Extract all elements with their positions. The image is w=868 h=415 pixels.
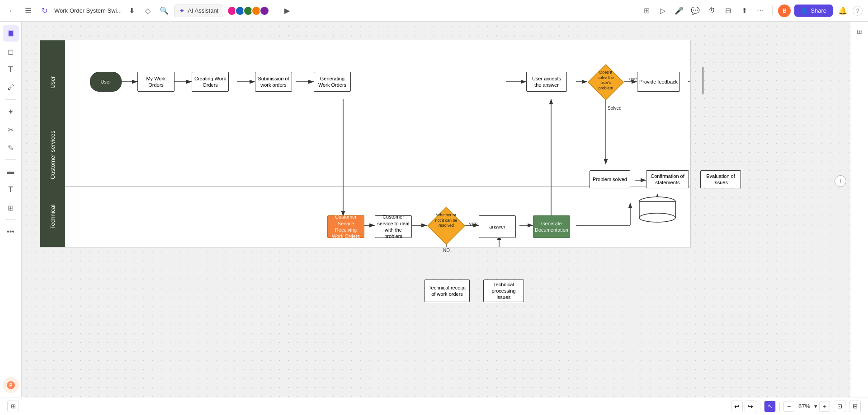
redo-button[interactable]: ↪: [745, 401, 756, 412]
toolbar-sep2: [772, 6, 773, 15]
info-icon[interactable]: i: [835, 175, 846, 187]
lane-sep-1: [65, 124, 690, 124]
sidebar-home-icon[interactable]: [3, 25, 19, 42]
ai-assistant-button[interactable]: ✦ AI Assistant: [174, 5, 223, 17]
bottom-left: ⊞: [7, 401, 19, 412]
node-cs-deal: Customer service to deal with the proble…: [375, 215, 412, 238]
forward-icon[interactable]: ▶: [281, 5, 293, 17]
sidebar-star-icon[interactable]: ✦: [3, 103, 19, 120]
zoom-dropdown-icon[interactable]: ▾: [814, 403, 817, 410]
whether-resolved-text: Whether or not it can be resolved: [433, 213, 459, 228]
diagram-container: User Customer services Technical: [40, 40, 691, 247]
toolbar-right: ⊞ ▷ 🎤 💬 ⏱ ⊟ ⬆ ⋯ B 👤 Share 🔔 ?: [640, 5, 863, 17]
right-panel: ⊞: [850, 22, 868, 397]
bottom-right: ↩ ↪ ↖ − 67% ▾ + ⊡ ⊞: [731, 401, 861, 412]
node-technical-receipt: Technical receipt of work orders: [425, 280, 470, 302]
minimap-button[interactable]: ⊞: [7, 401, 19, 412]
swim-lane-technical-label: Technical: [40, 186, 65, 247]
provide-feedback-area: [703, 67, 703, 94]
table-icon[interactable]: ⊟: [722, 5, 734, 17]
sidebar-separator2: [5, 159, 16, 160]
toolbar-left: ← ☰ ↻ Work Order System Swi... ⬇ ◇ 🔍 ✦ A…: [5, 5, 637, 17]
back-button[interactable]: ←: [5, 5, 18, 17]
sidebar-shape-icon[interactable]: ◻: [3, 43, 19, 60]
does-it-solve-text: Does It solve the user's problem: [594, 70, 618, 91]
node-user-accepts: User accepts the answer: [526, 72, 567, 92]
user-avatar[interactable]: B: [778, 5, 791, 17]
collab-avatar: [259, 6, 269, 16]
sidebar-scissors-icon[interactable]: ✂: [3, 121, 19, 138]
ai-icon: ✦: [179, 7, 185, 15]
node-user: User: [90, 72, 122, 92]
menu-icon[interactable]: ☰: [22, 5, 34, 17]
fit-view-button[interactable]: ⊡: [834, 401, 845, 412]
node-problem-solved: Problem solved: [590, 170, 630, 188]
zoom-in-button[interactable]: +: [819, 401, 830, 412]
svg-point-32: [639, 213, 675, 222]
node-submission: Submission of work orders: [255, 72, 292, 92]
voice-icon[interactable]: 🎤: [673, 5, 685, 17]
node-generating: Generating Work Orders: [314, 72, 351, 92]
share-button[interactable]: 👤 Share: [794, 5, 833, 17]
ai-assistant-label: AI Assistant: [188, 7, 218, 14]
rp-icon1[interactable]: ⊞: [853, 25, 866, 38]
export-icon[interactable]: ⬆: [738, 5, 750, 17]
node-creating-work-order: Creating Work Orders: [192, 72, 229, 92]
label-solved: Solved: [608, 106, 622, 111]
node-database: [637, 196, 678, 223]
sidebar-separator3: [5, 219, 16, 220]
svg-rect-1: [9, 31, 13, 36]
svg-text:P: P: [9, 383, 12, 388]
toolbar: ← ☰ ↻ Work Order System Swi... ⬇ ◇ 🔍 ✦ A…: [0, 0, 868, 22]
sidebar-more-icon[interactable]: •••: [3, 224, 19, 240]
node-evaluation: Evaluation of Issues: [700, 170, 741, 188]
swim-lane-labels: User Customer services Technical: [40, 40, 65, 247]
more-toolbar-icon[interactable]: ⋯: [754, 5, 767, 17]
template-icon[interactable]: ⊞: [640, 5, 653, 17]
node-whether-resolved: Whether or not it can be resolved: [427, 206, 466, 245]
label-no: NO: [443, 248, 450, 253]
node-answer: answer: [479, 215, 516, 238]
cursor-tool-button[interactable]: ↖: [764, 401, 776, 412]
node-generate-doc: Generate Documentation: [533, 215, 570, 238]
play-icon[interactable]: ▷: [656, 5, 669, 17]
help-icon[interactable]: ?: [853, 6, 863, 16]
zoom-control: − 67% ▾ +: [783, 401, 830, 412]
toolbar-sep: [275, 6, 275, 15]
node-provide-feedback: Provide feedback: [637, 72, 680, 92]
bottom-sep: [760, 402, 760, 411]
undo-redo-controls: ↩ ↪: [731, 401, 756, 412]
sidebar-separator: [5, 99, 16, 100]
refresh-icon[interactable]: ↻: [38, 5, 51, 17]
main-area: ◻ T 🖊 ✦ ✂ ✎ ▬ T ⊞ ••• P User Customer se…: [0, 22, 868, 397]
swim-lane-customer-services-label: Customer services: [40, 124, 65, 186]
undo-button[interactable]: ↩: [731, 401, 743, 412]
canvas-area[interactable]: User Customer services Technical: [22, 22, 850, 397]
sidebar-grid-icon[interactable]: ⊞: [3, 200, 19, 216]
zoom-percent-label: 67%: [796, 403, 812, 410]
notification-icon[interactable]: 🔔: [836, 5, 849, 17]
diagram-svg-area: User My Work Orders Creating Work Orders…: [65, 40, 690, 247]
node-does-it-solve: Does It solve the user's problem: [587, 64, 624, 101]
zoom-out-button[interactable]: −: [783, 401, 794, 412]
sidebar-pencil-icon[interactable]: ✎: [3, 140, 19, 156]
collab-avatars: [229, 6, 269, 16]
search-icon[interactable]: 🔍: [158, 5, 170, 17]
tag-icon[interactable]: ◇: [142, 5, 154, 17]
grid-toggle-button[interactable]: ⊞: [849, 401, 861, 412]
download-icon[interactable]: ⬇: [125, 5, 138, 17]
timer-icon[interactable]: ⏱: [705, 5, 718, 17]
sidebar-text2-icon[interactable]: T: [3, 182, 19, 198]
node-my-work-orders: My Work Orders: [137, 72, 175, 92]
node-cs-receiving: Customer Service Receiving Work Orders: [327, 215, 364, 238]
label-yes: YES: [469, 222, 478, 227]
app-name: Work Order System Swi...: [54, 7, 122, 14]
node-confirmation: Confirmation of statements: [646, 170, 689, 188]
sidebar-text-icon[interactable]: T: [3, 61, 19, 78]
sidebar-plugin-icon[interactable]: P: [3, 377, 19, 393]
share-label: Share: [811, 7, 826, 14]
comment-icon[interactable]: 💬: [689, 5, 702, 17]
sidebar-table-icon[interactable]: ▬: [3, 163, 19, 180]
sidebar-pen-icon[interactable]: 🖊: [3, 79, 19, 96]
node-technical-processing: Technical processing issues: [483, 280, 524, 302]
